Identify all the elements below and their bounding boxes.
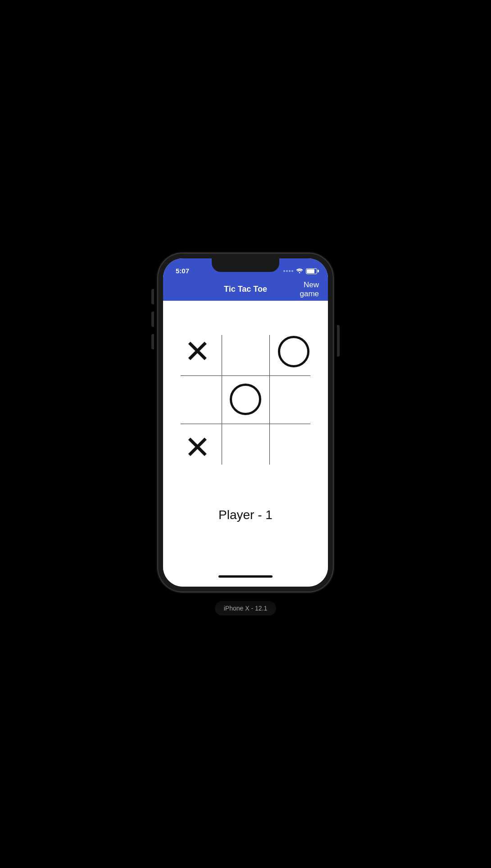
- notch: [212, 258, 279, 272]
- status-icons: [283, 268, 319, 275]
- status-time: 5:07: [172, 267, 189, 275]
- signal-dot-1: [283, 270, 285, 272]
- signal-dot-2: [286, 270, 288, 272]
- signal-icon: [283, 270, 293, 272]
- signal-dot-3: [289, 270, 291, 272]
- cell-1-0[interactable]: [173, 375, 222, 424]
- cell-0-1[interactable]: [222, 328, 270, 376]
- home-bar: [218, 575, 273, 578]
- cell-o-icon: [278, 336, 309, 367]
- battery-fill: [307, 269, 314, 273]
- signal-dot-4: [291, 270, 293, 272]
- wifi-icon: [296, 268, 303, 275]
- svg-point-0: [299, 272, 300, 273]
- cell-2-1[interactable]: [222, 424, 270, 472]
- game-content: ✕ ✕: [163, 301, 328, 571]
- player-status: Player - 1: [218, 508, 273, 522]
- home-indicator: [163, 571, 328, 587]
- cell-2-0[interactable]: ✕: [173, 424, 222, 472]
- cell-o-icon: [230, 384, 261, 415]
- board-grid: ✕ ✕: [173, 328, 318, 472]
- cell-1-2[interactable]: [269, 375, 318, 424]
- cell-1-1[interactable]: [222, 375, 270, 424]
- nav-title: Tic Tac Toe: [204, 285, 287, 294]
- nav-bar: Tic Tac Toe New game: [163, 278, 328, 301]
- game-board: ✕ ✕: [173, 328, 318, 472]
- battery-icon: [306, 268, 317, 274]
- phone-frame: 5:07: [158, 253, 333, 592]
- new-game-button[interactable]: New game: [287, 280, 319, 298]
- device-label: iPhone X - 12.1: [215, 601, 277, 615]
- phone-screen: 5:07: [163, 258, 328, 587]
- cell-0-2[interactable]: [269, 328, 318, 376]
- cell-2-2[interactable]: [269, 424, 318, 472]
- cell-x-icon: ✕: [184, 336, 211, 367]
- cell-0-0[interactable]: ✕: [173, 328, 222, 376]
- cell-x-icon: ✕: [184, 432, 211, 463]
